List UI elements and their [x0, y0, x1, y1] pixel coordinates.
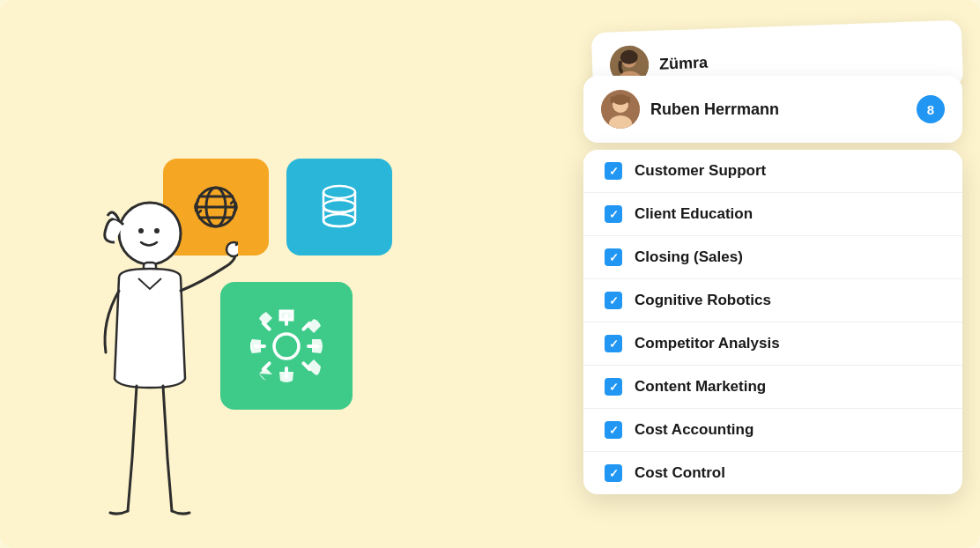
avatar-ruben	[601, 90, 640, 129]
checkbox-cost-accounting[interactable]	[605, 421, 622, 439]
item-label-competitor-analysis: Competitor Analysis	[635, 335, 780, 352]
user-name-zumra: Zümra	[659, 45, 946, 73]
character-illustration	[53, 185, 238, 529]
checklist-item-closing-sales[interactable]: Closing (Sales)	[583, 236, 962, 279]
checkbox-closing-sales[interactable]	[605, 248, 622, 266]
svg-point-9	[119, 203, 181, 264]
item-label-closing-sales: Closing (Sales)	[635, 248, 743, 266]
svg-point-21	[612, 94, 628, 105]
notification-badge: 8	[917, 95, 945, 123]
svg-point-6	[323, 200, 355, 212]
gear-icon-card	[220, 282, 353, 410]
svg-point-11	[154, 228, 160, 233]
checkbox-competitor-analysis[interactable]	[605, 335, 622, 352]
database-icon	[308, 176, 370, 238]
checklist-dropdown: Customer Support Client Education Closin…	[583, 150, 962, 494]
item-label-customer-support: Customer Support	[635, 162, 766, 180]
item-label-cognitive-robotics: Cognitive Robotics	[635, 292, 771, 309]
checklist-item-content-marketing[interactable]: Content Marketing	[583, 366, 962, 409]
svg-point-8	[274, 334, 299, 359]
svg-point-7	[323, 214, 355, 226]
user-name-ruben: Ruben Herrmann	[650, 100, 906, 119]
illustration-area	[26, 70, 485, 511]
svg-point-5	[323, 186, 355, 198]
item-label-cost-accounting: Cost Accounting	[635, 421, 754, 439]
checklist-item-cost-accounting[interactable]: Cost Accounting	[583, 409, 962, 452]
cards-panel: Zümra Ruben Herrmann 8 Customer Support …	[583, 26, 962, 494]
checklist-item-cognitive-robotics[interactable]: Cognitive Robotics	[583, 279, 962, 322]
checklist-item-customer-support[interactable]: Customer Support	[583, 150, 962, 193]
checkbox-cognitive-robotics[interactable]	[605, 292, 622, 309]
svg-point-10	[138, 228, 144, 233]
item-label-content-marketing: Content Marketing	[635, 378, 766, 396]
checklist-item-client-education[interactable]: Client Education	[583, 193, 962, 236]
checklist-item-competitor-analysis[interactable]: Competitor Analysis	[583, 322, 962, 366]
gear-icon	[247, 307, 326, 386]
checkbox-content-marketing[interactable]	[605, 378, 622, 396]
checklist-item-cost-control[interactable]: Cost Control	[583, 452, 962, 494]
item-label-client-education: Client Education	[635, 205, 753, 223]
user-card-ruben[interactable]: Ruben Herrmann 8	[583, 76, 962, 143]
checkbox-cost-control[interactable]	[605, 464, 622, 482]
item-label-cost-control: Cost Control	[635, 464, 725, 482]
database-icon-card	[286, 159, 392, 255]
checkbox-customer-support[interactable]	[605, 162, 622, 180]
checkbox-client-education[interactable]	[605, 205, 622, 223]
